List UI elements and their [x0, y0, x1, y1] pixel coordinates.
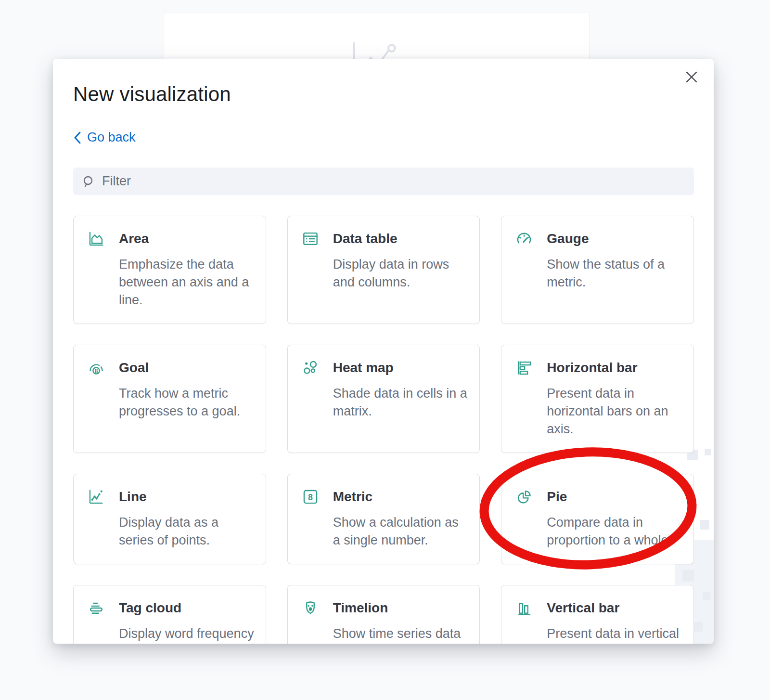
vis-card-title: Heat map [333, 360, 394, 376]
vis-card-metric[interactable]: 8 Metric Show a calculation as a single … [287, 474, 480, 564]
vertical-bar-icon [515, 599, 533, 617]
vis-card-horizontal-bar[interactable]: Horizontal bar Present data in horizonta… [501, 345, 694, 453]
area-chart-icon [87, 230, 105, 248]
heat-map-icon [301, 359, 320, 377]
vis-card-vertical-bar[interactable]: Vertical bar Present data in vertical ba… [501, 585, 694, 644]
vis-card-title: Metric [333, 489, 372, 505]
svg-text:8: 8 [308, 493, 313, 502]
vis-card-description: Present data in vertical bars on an axis… [547, 625, 682, 644]
vis-card-gauge[interactable]: Gauge Show the status of a metric. [501, 216, 694, 324]
vis-card-pie[interactable]: Pie Compare data in proportion to a whol… [501, 474, 694, 564]
vis-card-description: Show the status of a metric. [547, 256, 682, 291]
vis-card-line[interactable]: Line Display data as a series of points. [73, 474, 266, 564]
horizontal-bar-icon [515, 359, 533, 377]
vis-card-data-table[interactable]: Data table Display data in rows and colu… [287, 216, 480, 324]
close-icon[interactable] [683, 68, 700, 86]
filter-search-box [73, 168, 694, 195]
vis-card-description: Present data in horizontal bars on an ax… [547, 385, 682, 438]
vis-card-description: Show a calculation as a single number. [333, 514, 468, 549]
vis-card-heat-map[interactable]: Heat map Shade data in cells in a matrix… [287, 345, 480, 453]
goal-icon: 8 [87, 359, 105, 377]
vis-card-description: Display word frequency with font size. [119, 625, 254, 644]
vis-card-goal[interactable]: 8 Goal Track how a metric progresses to … [73, 345, 266, 453]
vis-card-title: Area [119, 231, 149, 246]
vis-card-description: Shade data in cells in a matrix. [333, 385, 468, 420]
vis-card-area[interactable]: Area Emphasize the data between an axis … [73, 216, 266, 324]
chevron-left-icon [73, 131, 81, 144]
modal-title: New visualization [73, 83, 231, 106]
pie-chart-icon [515, 488, 533, 506]
line-chart-icon [87, 488, 105, 506]
vis-card-description: Emphasize the data between an axis and a… [119, 256, 254, 309]
go-back-link[interactable]: Go back [73, 130, 136, 145]
vis-type-grid: Area Emphasize the data between an axis … [73, 216, 694, 644]
vis-card-title: Horizontal bar [547, 360, 637, 376]
vis-card-title: Goal [119, 360, 149, 376]
metric-icon: 8 [301, 488, 320, 506]
vis-card-title: Timelion [333, 600, 388, 616]
search-icon [82, 175, 95, 188]
vis-card-title: Tag cloud [119, 600, 181, 616]
vis-card-timelion[interactable]: Timelion Show time series data on a grap… [287, 585, 480, 644]
tag-cloud-icon [87, 599, 105, 617]
vis-card-description: Display data in rows and columns. [333, 256, 468, 291]
go-back-label: Go back [87, 130, 136, 145]
vis-card-description: Track how a metric progresses to a goal. [119, 385, 254, 420]
vis-card-title: Vertical bar [547, 600, 619, 616]
vis-card-title: Gauge [547, 231, 589, 246]
vis-card-tag-cloud[interactable]: Tag cloud Display word frequency with fo… [73, 585, 266, 644]
vis-card-title: Pie [547, 489, 567, 505]
svg-text:8: 8 [95, 368, 98, 375]
filter-input[interactable] [102, 174, 685, 189]
vis-card-description: Display data as a series of points. [119, 514, 254, 549]
new-visualization-modal: New visualization Go back Area E [53, 59, 714, 644]
vis-card-title: Data table [333, 231, 398, 246]
timelion-icon [301, 599, 320, 617]
vis-card-description: Compare data in proportion to a whole. [547, 514, 682, 549]
vis-card-description: Show time series data on a graph. [333, 625, 468, 644]
vis-card-title: Line [119, 489, 147, 505]
data-table-icon [301, 230, 320, 248]
gauge-icon [515, 230, 533, 248]
